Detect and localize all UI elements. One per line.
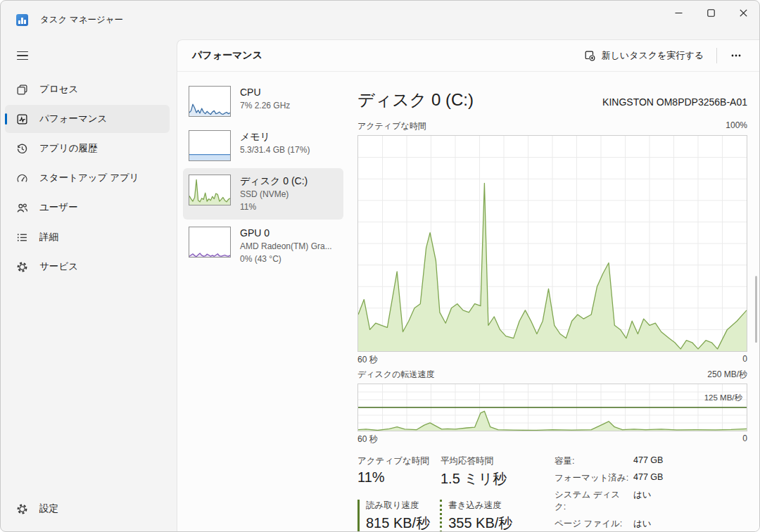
transfer-rate-max-label: 250 MB/秒 (707, 369, 747, 381)
maximize-icon (707, 9, 715, 17)
task-manager-window: タスク マネージャー プロセス (0, 0, 760, 532)
run-new-task-icon (584, 50, 595, 61)
active-time-chart (357, 135, 747, 352)
window-controls (662, 1, 759, 25)
performance-icon (16, 113, 28, 125)
users-icon (16, 202, 28, 214)
device-sub2: 11% (240, 201, 308, 213)
disk-model-name: KINGSTON OM8PDP3256B-A01 (602, 96, 747, 108)
sidebar-item-performance[interactable]: パフォーマンス (5, 105, 170, 133)
read-speed-block: 読み取り速度 815 KB/秒 (357, 500, 430, 532)
disk-thumbnail-chart (189, 175, 231, 205)
page-title: パフォーマンス (192, 49, 262, 62)
cpu-thumbnail-chart (189, 86, 231, 117)
active-time-chart-label: アクティブな時間 (357, 120, 426, 132)
app-history-icon (16, 143, 28, 155)
sidebar-item-services[interactable]: サービス (5, 253, 170, 281)
device-sub: SSD (NVMe) (240, 188, 308, 201)
services-icon (16, 261, 28, 273)
property-value: はい (633, 489, 684, 513)
device-title: CPU (240, 86, 290, 99)
run-new-task-label: 新しいタスクを実行する (602, 49, 704, 62)
content-card: パフォーマンス 新しいタスクを実行する (177, 39, 759, 531)
device-list: CPU 7% 2.26 GHz メモリ 5.3/31.4 GB (17%) ディ… (183, 79, 349, 532)
header-actions: 新しいタスクを実行する (577, 44, 749, 67)
transfer-rate-x-right: 0 (742, 433, 747, 445)
active-time-stat-value: 11% (357, 469, 441, 486)
disk-detail-panel: ディスク 0 (C:) KINGSTON OM8PDP3256B-A01 アクテ… (349, 79, 760, 532)
sidebar-item-users[interactable]: ユーザー (5, 194, 170, 222)
more-options-button[interactable] (723, 49, 749, 63)
sidebar-item-startup-apps[interactable]: スタートアップ アプリ (5, 164, 170, 192)
sidebar-spacer (1, 281, 177, 494)
device-title: メモリ (240, 130, 310, 144)
titlebar: タスク マネージャー (1, 1, 759, 39)
sidebar-item-details[interactable]: 詳細 (5, 223, 170, 251)
sidebar-item-label: パフォーマンス (39, 113, 107, 125)
device-item-memory[interactable]: メモリ 5.3/31.4 GB (17%) (183, 124, 343, 167)
minimize-icon (675, 9, 683, 17)
device-sub: 7% 2.26 GHz (240, 99, 290, 112)
disk-title: ディスク 0 (C:) (357, 89, 474, 111)
header-divider (716, 48, 717, 63)
disk-properties: 容量:477 GB フォーマット済み:477 GB システム ディスク:はい ペ… (555, 455, 684, 532)
avg-response-stat-value: 1.5 ミリ秒 (441, 469, 532, 488)
active-time-x-left: 60 秒 (357, 354, 378, 366)
device-title: GPU 0 (240, 227, 332, 240)
sidebar-item-label: スタートアップ アプリ (39, 172, 139, 184)
avg-response-stat-label: 平均応答時間 (441, 455, 532, 467)
write-speed-value: 355 KB/秒 (448, 514, 512, 532)
sidebar-item-processes[interactable]: プロセス (5, 75, 170, 103)
close-button[interactable] (727, 1, 759, 25)
transfer-rate-chart: 125 MB/秒 (357, 384, 747, 431)
device-sub: 5.3/31.4 GB (17%) (240, 144, 310, 156)
window-title: タスク マネージャー (40, 14, 123, 26)
active-time-stat-label: アクティブな時間 (357, 455, 441, 467)
property-label: フォーマット済み: (555, 472, 631, 484)
maximize-button[interactable] (695, 1, 727, 25)
active-time-max-label: 100% (726, 120, 747, 132)
device-title: ディスク 0 (C:) (240, 175, 308, 188)
settings-gear-icon (16, 503, 28, 515)
navigation-menu-button[interactable] (11, 44, 37, 68)
gpu-thumbnail-chart (189, 227, 231, 258)
disk-stats: アクティブな時間 11% 平均応答時間 1.5 ミリ秒 読み取り速度 (357, 455, 747, 532)
sidebar-item-label: アプリの履歴 (39, 142, 97, 155)
sidebar-item-settings[interactable]: 設定 (5, 495, 170, 523)
device-sub: AMD Radeon(TM) Gra... (240, 240, 332, 253)
details-icon (16, 232, 28, 243)
write-speed-label: 書き込み速度 (448, 500, 512, 512)
task-manager-app-icon (16, 14, 28, 26)
memory-thumbnail-chart (189, 130, 231, 161)
property-label: 容量: (555, 455, 631, 467)
sidebar-item-label: 設定 (39, 502, 58, 515)
run-new-task-button[interactable]: 新しいタスクを実行する (577, 44, 711, 67)
property-value: 477 GB (633, 472, 684, 484)
card-header: パフォーマンス 新しいタスクを実行する (177, 40, 759, 72)
property-label: ページ ファイル: (555, 518, 631, 530)
device-item-gpu0[interactable]: GPU 0 AMD Radeon(TM) Gra... 0% (43 °C) (183, 220, 343, 272)
minimize-button[interactable] (662, 1, 695, 25)
sidebar-item-label: 詳細 (39, 231, 58, 243)
sidebar-item-app-history[interactable]: アプリの履歴 (5, 134, 170, 163)
read-speed-value: 815 KB/秒 (366, 514, 430, 532)
sidebar: プロセス パフォーマンス アプリの履歴 (1, 39, 177, 531)
device-sub2: 0% (43 °C) (240, 253, 332, 265)
device-item-cpu[interactable]: CPU 7% 2.26 GHz (183, 80, 343, 123)
close-icon (740, 9, 747, 17)
startup-apps-icon (16, 172, 28, 184)
transfer-rate-x-left: 60 秒 (357, 433, 378, 445)
write-speed-block: 書き込み速度 355 KB/秒 (440, 500, 512, 532)
device-item-disk0[interactable]: ディスク 0 (C:) SSD (NVMe) 11% (183, 168, 343, 220)
transfer-rate-chart-label: ディスクの転送速度 (357, 369, 434, 381)
processes-icon (16, 84, 28, 96)
property-label: システム ディスク: (555, 489, 631, 513)
performance-body: CPU 7% 2.26 GHz メモリ 5.3/31.4 GB (17%) ディ… (177, 72, 759, 532)
ellipsis-icon (731, 54, 741, 57)
transfer-rate-mid-label: 125 MB/秒 (704, 394, 742, 403)
sidebar-item-label: プロセス (39, 83, 78, 96)
sidebar-item-label: ユーザー (39, 201, 78, 214)
read-speed-label: 読み取り速度 (366, 500, 430, 512)
vertical-scrollbar[interactable] (755, 276, 757, 343)
sidebar-item-label: サービス (39, 260, 78, 273)
